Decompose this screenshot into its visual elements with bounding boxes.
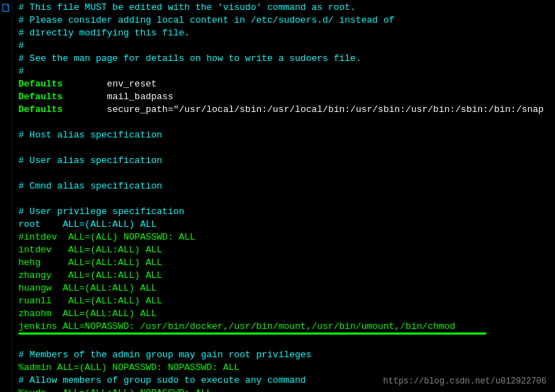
line-16 xyxy=(18,193,549,206)
left-gutter xyxy=(0,0,13,392)
line-29: %admin ALL=(ALL) NOPASSWD: NOPASSWD: ALL xyxy=(18,362,549,374)
line-8: Defaults mail_badpass xyxy=(18,91,549,103)
line-5: # See the man page for details on how to… xyxy=(18,52,549,65)
line-9: Defaults secure_path="/usr/local/sbin:/u… xyxy=(18,103,549,116)
line-14 xyxy=(18,167,549,180)
line-10 xyxy=(18,116,549,129)
code-content: # This file MUST be edited with the 'vis… xyxy=(13,0,555,392)
line-1: # This file MUST be edited with the 'vis… xyxy=(18,1,549,14)
line-22: zhangy ALL=(ALL:ALL) ALL xyxy=(18,269,549,282)
line-20: intdev ALL=(ALL:ALL) ALL xyxy=(18,244,549,257)
watermark: https://blog.csdn.net/u012922706 xyxy=(383,376,546,386)
line-25: zhaohm ALL=(ALL:ALL) ALL xyxy=(18,308,549,320)
line-6: # xyxy=(18,65,549,78)
line-28: # Members of the admin group may gain ro… xyxy=(18,349,549,362)
line-15: # Cmnd alias specification xyxy=(18,180,549,193)
line-11: # Host alias specification xyxy=(18,129,549,142)
line-4: # xyxy=(18,40,549,52)
file-icon xyxy=(1,4,11,13)
line-3: # directly modifying this file. xyxy=(18,27,549,40)
editor-container: # This file MUST be edited with the 'vis… xyxy=(0,0,555,392)
line-31: %sudo ALL=(ALL:ALL) NOPASSWD: ALL xyxy=(18,387,549,392)
line-27 xyxy=(18,336,549,349)
line-17: # User privilege specification xyxy=(18,206,549,218)
line-13: # User alias specification xyxy=(18,155,549,167)
line-2: # Please consider adding local content i… xyxy=(18,14,549,27)
line-23: huangw ALL=(ALL:ALL) ALL xyxy=(18,282,549,295)
line-24: ruanll ALL=(ALL:ALL) ALL xyxy=(18,295,549,308)
line-12 xyxy=(18,142,549,155)
line-21: hehg ALL=(ALL:ALL) ALL xyxy=(18,257,549,269)
line-18: root ALL=(ALL:ALL) ALL xyxy=(18,218,549,231)
line-jenkins: jenkins ALL=NOPASSWD: /usr/bin/docker,/u… xyxy=(18,320,549,333)
line-7: Defaults env_reset xyxy=(18,78,549,91)
line-19: #intdev ALL=(ALL) NOPASSWD: ALL xyxy=(18,231,549,244)
